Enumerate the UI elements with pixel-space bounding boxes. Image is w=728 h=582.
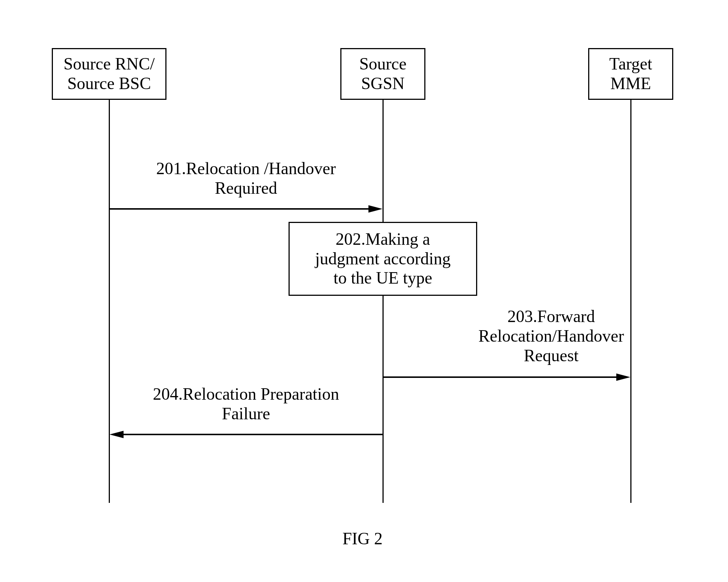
lifeline-target-mme xyxy=(630,100,631,503)
svg-marker-3 xyxy=(616,373,630,381)
message-203-arrow xyxy=(383,373,631,385)
message-201-arrow xyxy=(109,205,383,216)
lifeline-source-sgsn xyxy=(382,100,384,503)
process-202-label: 202.Making a judgment according to the U… xyxy=(315,230,451,288)
lifeline-label: Source SGSN xyxy=(359,54,407,94)
lifeline-header-source-rnc-bsc: Source RNC/ Source BSC xyxy=(52,48,166,100)
message-201-label: 201.Relocation /Handover Required xyxy=(126,159,366,198)
message-204-label: 204.Relocation Preparation Failure xyxy=(118,385,374,424)
message-203-label: 203.Forward Relocation/Handover Request xyxy=(462,307,640,366)
svg-marker-1 xyxy=(368,205,382,213)
lifeline-header-source-sgsn: Source SGSN xyxy=(340,48,425,100)
lifeline-source-rnc-bsc xyxy=(109,100,110,503)
message-204-arrow xyxy=(109,431,383,442)
lifeline-label: Source RNC/ Source BSC xyxy=(64,54,155,94)
lifeline-label: Target MME xyxy=(609,54,652,94)
process-202-box: 202.Making a judgment according to the U… xyxy=(289,222,477,296)
lifeline-header-target-mme: Target MME xyxy=(588,48,673,100)
figure-label: FIG 2 xyxy=(326,529,400,548)
svg-marker-5 xyxy=(109,431,124,438)
